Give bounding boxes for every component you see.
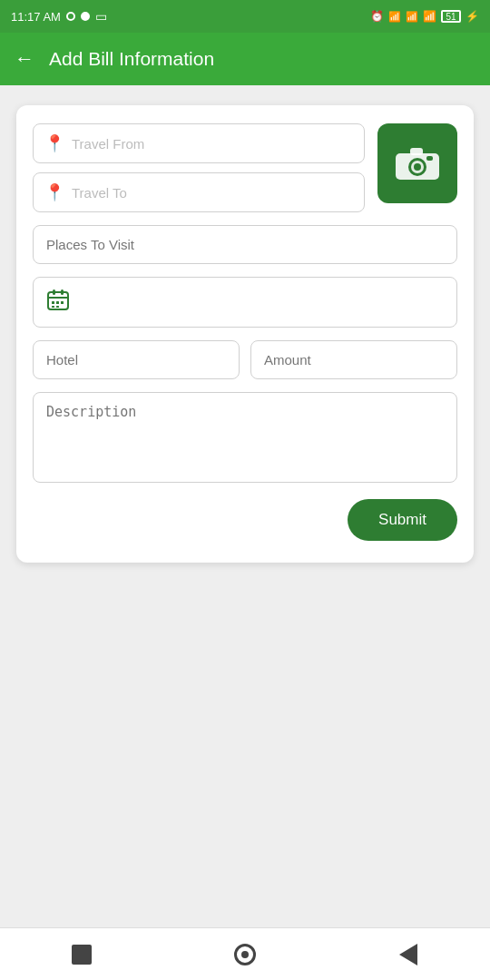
pin-red-icon: 📍 — [44, 133, 64, 153]
hotel-amount-row — [33, 340, 457, 379]
places-input[interactable] — [33, 225, 457, 264]
nav-square-button[interactable] — [69, 942, 94, 967]
svg-point-3 — [414, 163, 421, 171]
page-title: Add Bill Information — [49, 48, 214, 70]
status-icons: ⏰ 📶 📶 📶 51 ⚡ — [370, 10, 479, 23]
battery-level: 51 — [446, 12, 456, 22]
nav-circle-button[interactable] — [232, 942, 258, 967]
svg-rect-9 — [61, 289, 64, 295]
battery-icon: 51 — [441, 10, 461, 23]
form-card: 📍 📍 — [16, 105, 474, 563]
submit-button[interactable]: Submit — [348, 499, 457, 541]
top-row: 📍 📍 — [33, 123, 457, 212]
svg-rect-5 — [426, 156, 433, 161]
camera-button[interactable] — [377, 123, 457, 203]
charging-icon: ⚡ — [466, 10, 479, 23]
dot-icon-1 — [66, 12, 75, 21]
description-input[interactable] — [33, 392, 457, 483]
time-display: 11:17 AM — [11, 10, 61, 24]
amount-input[interactable] — [250, 340, 457, 379]
triangle-icon — [399, 944, 417, 965]
submit-row: Submit — [33, 499, 457, 541]
svg-rect-10 — [52, 301, 54, 304]
bottom-nav — [0, 927, 490, 980]
svg-rect-13 — [52, 306, 54, 308]
main-content: 📍 📍 — [0, 85, 490, 927]
status-time: 11:17 AM ▭ — [11, 9, 107, 24]
calendar-icon — [46, 288, 70, 317]
screen-icon: ▭ — [95, 9, 107, 24]
circle-icon — [234, 944, 256, 965]
status-bar: 11:17 AM ▭ ⏰ 📶 📶 📶 51 ⚡ — [0, 0, 490, 33]
travel-from-input[interactable] — [72, 136, 353, 152]
back-button[interactable]: ← — [15, 47, 34, 71]
svg-rect-11 — [56, 301, 59, 304]
wifi-icon: 📶 — [423, 10, 436, 23]
svg-rect-12 — [61, 301, 64, 304]
alarm-icon: ⏰ — [370, 10, 384, 23]
svg-rect-8 — [53, 289, 55, 295]
nav-back-button[interactable] — [396, 942, 421, 967]
svg-rect-4 — [410, 148, 423, 155]
travel-to-field[interactable]: 📍 — [33, 172, 365, 212]
date-field[interactable] — [33, 277, 457, 328]
dot-icon-2 — [81, 12, 90, 21]
svg-rect-14 — [56, 306, 59, 308]
pin-green-icon: 📍 — [44, 182, 64, 202]
sim-icon: 📶 — [388, 11, 401, 23]
hotel-input[interactable] — [33, 340, 240, 379]
app-bar: ← Add Bill Information — [0, 33, 490, 85]
signal-icon: 📶 — [406, 11, 418, 23]
travel-inputs: 📍 📍 — [33, 123, 365, 212]
travel-to-input[interactable] — [72, 185, 353, 201]
camera-icon — [394, 144, 441, 182]
travel-from-field[interactable]: 📍 — [33, 123, 365, 163]
square-icon — [72, 945, 92, 965]
